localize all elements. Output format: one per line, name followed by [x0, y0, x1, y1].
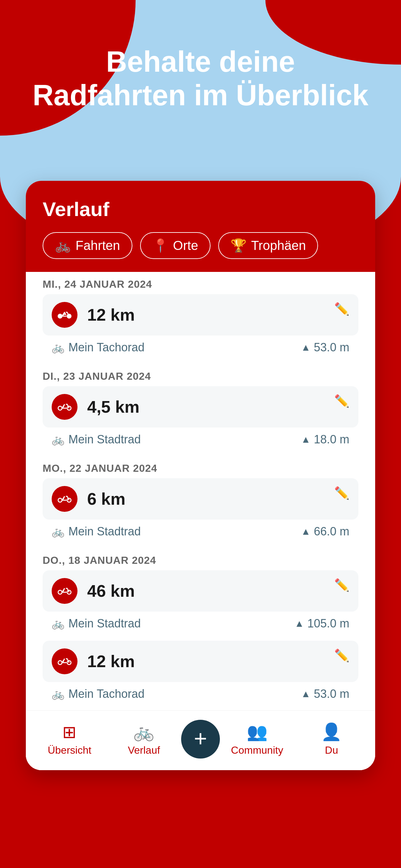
- ride-distance-2: 4,5 km: [87, 397, 349, 416]
- ride-bike-4b: 🚲 Mein Tachorad: [52, 687, 144, 701]
- ride-icon-1: [52, 302, 78, 328]
- bike-small-icon-4a: 🚲: [52, 617, 65, 630]
- ride-details-4b: 🚲 Mein Tachorad ▲ 53.0 m: [42, 685, 359, 707]
- date-label-1: MI., 24 JANUAR 2024: [42, 278, 359, 290]
- bicycle-icon-4a: [57, 583, 72, 599]
- card-title: Verlauf: [42, 197, 359, 221]
- bike-tab-icon: 🚲: [55, 238, 71, 253]
- mountain-icon-3: ▲: [301, 526, 311, 537]
- ride-distance-4b: 12 km: [87, 652, 349, 671]
- ride-bike-3: 🚲 Mein Stadtrad: [52, 525, 141, 538]
- svg-point-8: [58, 661, 62, 664]
- tab-trophaen-label: Trophäen: [251, 238, 306, 253]
- person-icon: 👤: [321, 722, 342, 742]
- nav-item-du[interactable]: 👤 Du: [295, 722, 369, 756]
- plus-icon: +: [194, 727, 207, 750]
- location-tab-icon: 📍: [152, 238, 168, 253]
- ride-bike-2: 🚲 Mein Stadtrad: [52, 433, 141, 446]
- ride-details-3: 🚲 Mein Stadtrad ▲ 66.0 m: [42, 522, 359, 545]
- section-jan24: MI., 24 JANUAR 2024 12 km ✏️: [26, 272, 375, 364]
- header-line2: Radfahrten im Überblick: [33, 79, 368, 112]
- ride-elevation-1: ▲ 53.0 m: [301, 341, 349, 354]
- ride-elevation-3: ▲ 66.0 m: [301, 525, 349, 538]
- people-icon: 👥: [247, 722, 268, 742]
- date-label-4: DO., 18 JANUAR 2024: [42, 554, 359, 566]
- section-jan18: DO., 18 JANUAR 2024 46 km ✏️ 🚲: [26, 548, 375, 710]
- ride-row[interactable]: 46 km ✏️: [42, 570, 359, 612]
- ride-row[interactable]: 6 km ✏️: [42, 478, 359, 520]
- filter-tabs: 🚲 Fahrten 📍 Orte 🏆 Trophäen: [42, 232, 359, 259]
- bike-small-icon-3: 🚲: [52, 525, 65, 538]
- ride-row[interactable]: 12 km ✏️: [42, 641, 359, 682]
- tab-trophaen[interactable]: 🏆 Trophäen: [218, 232, 318, 259]
- trophy-tab-icon: 🏆: [230, 238, 247, 253]
- ride-icon-4a: [52, 578, 78, 604]
- section-jan22: MO., 22 JANUAR 2024 6 km ✏️ 🚲: [26, 456, 375, 548]
- ride-row[interactable]: 12 km ✏️: [42, 294, 359, 336]
- ride-details-4a: 🚲 Mein Stadtrad ▲ 105.0 m: [42, 614, 359, 637]
- main-card: Verlauf 🚲 Fahrten 📍 Orte 🏆 Trophäen MI.,…: [26, 181, 375, 770]
- ride-elevation-4a: ▲ 105.0 m: [295, 617, 349, 630]
- ride-icon-4b: [52, 648, 78, 674]
- nav-item-verlauf[interactable]: 🚲 Verlauf: [107, 722, 181, 756]
- ride-distance-1: 12 km: [87, 305, 349, 324]
- ride-distance-3: 6 km: [87, 489, 349, 508]
- ride-icon-3: [52, 486, 78, 512]
- nav-label-community: Community: [231, 744, 283, 756]
- bike-small-icon-2: 🚲: [52, 433, 65, 445]
- edit-icon-2[interactable]: ✏️: [334, 394, 349, 408]
- ride-bike-4a: 🚲 Mein Stadtrad: [52, 617, 141, 630]
- tab-fahrten[interactable]: 🚲 Fahrten: [42, 232, 132, 259]
- svg-point-6: [58, 590, 62, 594]
- ride-elevation-2: ▲ 18.0 m: [301, 433, 349, 446]
- edit-icon-3[interactable]: ✏️: [334, 486, 349, 500]
- mountain-icon-4a: ▲: [295, 618, 304, 629]
- tab-orte-label: Orte: [173, 238, 198, 253]
- bottom-nav: ⊞ Übersicht 🚲 Verlauf + 👥 Community 👤 Du: [26, 710, 375, 770]
- mountain-icon-1: ▲: [301, 342, 311, 353]
- ride-bike-1: 🚲 Mein Tachorad: [52, 341, 144, 354]
- bicycle-icon-2: [57, 399, 72, 414]
- nav-item-ubersicht[interactable]: ⊞ Übersicht: [32, 722, 107, 756]
- bicycle-icon-3: [57, 491, 72, 507]
- grid-icon: ⊞: [62, 722, 76, 742]
- ride-row[interactable]: 4,5 km ✏️: [42, 386, 359, 428]
- bike-nav-icon: 🚲: [133, 722, 154, 742]
- edit-icon-1[interactable]: ✏️: [334, 302, 349, 316]
- nav-item-community[interactable]: 👥 Community: [220, 722, 295, 756]
- bike-small-icon-1: 🚲: [52, 341, 65, 353]
- card-body: MI., 24 JANUAR 2024 12 km ✏️: [26, 272, 375, 770]
- section-jan23: DI., 23 JANUAR 2024 4,5 km ✏️ 🚲: [26, 364, 375, 456]
- mountain-icon-4b: ▲: [301, 688, 311, 700]
- ride-details-1: 🚲 Mein Tachorad ▲ 53.0 m: [42, 338, 359, 361]
- mountain-icon-2: ▲: [301, 434, 311, 445]
- ride-details-2: 🚲 Mein Stadtrad ▲ 18.0 m: [42, 430, 359, 453]
- bicycle-icon-4b: [57, 654, 72, 669]
- nav-label-ubersicht: Übersicht: [48, 744, 91, 756]
- edit-icon-4a[interactable]: ✏️: [334, 578, 349, 592]
- tab-orte[interactable]: 📍 Orte: [140, 232, 211, 259]
- bicycle-icon: [57, 307, 72, 322]
- header-line1: Behalte deine: [106, 45, 295, 78]
- tab-fahrten-label: Fahrten: [75, 238, 120, 253]
- date-label-2: DI., 23 JANUAR 2024: [42, 370, 359, 382]
- bike-small-icon-4b: 🚲: [52, 688, 65, 700]
- nav-label-verlauf: Verlauf: [128, 744, 160, 756]
- nav-add-button[interactable]: +: [181, 720, 220, 758]
- edit-icon-4b[interactable]: ✏️: [334, 648, 349, 662]
- ride-distance-4a: 46 km: [87, 581, 349, 600]
- date-label-3: MO., 22 JANUAR 2024: [42, 462, 359, 474]
- ride-elevation-4b: ▲ 53.0 m: [301, 687, 349, 701]
- svg-point-2: [58, 406, 62, 410]
- svg-point-4: [58, 498, 62, 502]
- header-title: Behalte deine Radfahrten im Überblick: [0, 45, 401, 112]
- ride-icon-2: [52, 394, 78, 420]
- nav-label-du: Du: [325, 744, 338, 756]
- card-header: Verlauf 🚲 Fahrten 📍 Orte 🏆 Trophäen: [26, 181, 375, 272]
